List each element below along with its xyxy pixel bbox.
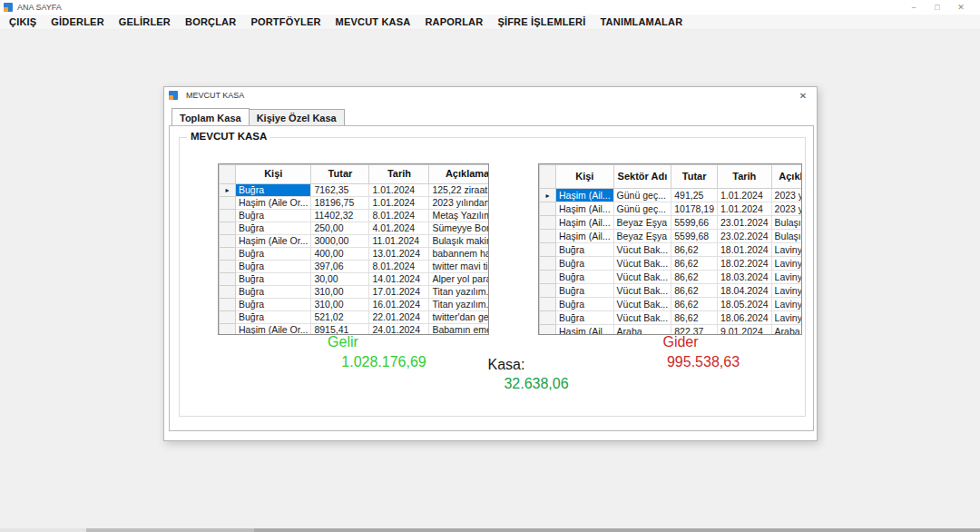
grid-cell[interactable]: 491,25 — [671, 189, 718, 202]
grid-cell[interactable]: 5599,66 — [671, 216, 718, 230]
row-header[interactable] — [220, 222, 236, 235]
minimize-icon[interactable]: − — [902, 0, 926, 15]
row-header[interactable] — [220, 286, 236, 299]
grid-cell[interactable]: 18.03.2024 — [718, 271, 772, 284]
row-pointer-icon[interactable]: ▸ — [220, 184, 236, 197]
table-row[interactable]: BuğraVücut Bak...86,6218.05.2024Lavinya … — [540, 298, 803, 311]
grid-cell[interactable]: Beyaz Eşya — [613, 230, 671, 243]
column-header[interactable]: Sektör Adı — [613, 165, 671, 189]
grid-cell[interactable]: Lavinya Kr... — [771, 243, 802, 257]
grid-cell[interactable]: 11.01.2024 — [369, 235, 429, 248]
child-close-icon[interactable]: ✕ — [796, 89, 810, 102]
grid-cell[interactable]: Vücut Bak... — [613, 271, 671, 284]
grid-cell[interactable]: Buğra — [556, 243, 614, 257]
grid-cell[interactable]: 17.01.2024 — [369, 286, 429, 299]
grid-cell[interactable]: 30,00 — [311, 273, 369, 286]
tab-kisiye-ozel-kasa[interactable]: Kişiye Özel Kasa — [249, 109, 345, 125]
income-grid[interactable]: KişiTutarTarihAçıklama▸Buğra7162,351.01.… — [218, 163, 489, 335]
table-row[interactable]: Haşim (Ail...Günü geç...10178,191.01.202… — [540, 202, 803, 216]
grid-cell[interactable]: 86,62 — [671, 311, 718, 325]
grid-cell[interactable]: Buğra — [236, 210, 311, 222]
grid-cell[interactable]: 18.05.2024 — [718, 298, 772, 311]
grid-cell[interactable]: Vücut Bak... — [613, 311, 671, 325]
table-row[interactable]: BuğraVücut Bak...86,6218.03.2024Lavinya … — [540, 271, 803, 284]
row-pointer-icon[interactable]: ▸ — [540, 189, 556, 202]
grid-cell[interactable]: Buğra — [236, 184, 311, 197]
grid-cell[interactable]: 2023 yılından ... — [429, 197, 489, 210]
table-row[interactable]: Haşim (Aile Or...18196,751.01.20242023 y… — [220, 197, 490, 210]
grid-cell[interactable]: 1.01.2024 — [718, 189, 772, 202]
table-row[interactable]: Buğra397,068.01.2024twitter mavi ti... — [220, 261, 490, 273]
row-header[interactable] — [220, 311, 236, 324]
row-header[interactable] — [540, 284, 556, 298]
grid-cell[interactable]: 8.01.2024 — [369, 261, 429, 273]
grid-cell[interactable]: Haşim (Ail... — [556, 230, 614, 243]
row-header[interactable] — [220, 197, 236, 210]
grid-cell[interactable]: Lavinya Kr... — [771, 271, 802, 284]
tab-toplam-kasa[interactable]: Toplam Kasa — [172, 108, 250, 125]
column-header[interactable]: Kişi — [556, 165, 614, 189]
grid-cell[interactable]: 397,06 — [311, 261, 369, 273]
grid-cell[interactable]: Vücut Bak... — [613, 257, 671, 271]
grid-cell[interactable]: 3000,00 — [311, 235, 369, 248]
grid-cell[interactable]: Haşim (Ail... — [556, 216, 614, 230]
maximize-icon[interactable]: □ — [926, 0, 949, 15]
grid-cell[interactable]: Lavinya Kr... — [771, 284, 802, 298]
row-header[interactable] — [220, 299, 236, 311]
grid-cell[interactable]: Vücut Bak... — [613, 243, 671, 257]
menu-item-5[interactable]: MEVCUT KASA — [328, 16, 418, 27]
row-header[interactable] — [540, 216, 556, 230]
row-header[interactable] — [220, 235, 236, 248]
grid-cell[interactable]: Buğra — [236, 222, 311, 235]
grid-cell[interactable]: Titan yazılım.... — [429, 299, 489, 311]
grid-cell[interactable]: 5599,68 — [671, 230, 718, 243]
column-header[interactable]: Tutar — [311, 165, 369, 184]
grid-cell[interactable]: 86,62 — [671, 257, 718, 271]
menu-item-4[interactable]: PORTFÖYLER — [243, 16, 328, 27]
grid-cell[interactable]: 2023 yılın... — [771, 202, 802, 216]
table-row[interactable]: Haşim (Aile Or...3000,0011.01.2024Bulaşı… — [220, 235, 490, 248]
menu-item-0[interactable]: ÇIKIŞ — [2, 16, 44, 27]
column-header[interactable]: Açıklama — [771, 165, 802, 189]
table-row[interactable]: Buğra11402,328.01.2024Metaş Yazılım ... — [220, 210, 490, 222]
row-header[interactable] — [220, 273, 236, 286]
grid-cell[interactable]: Buğra — [556, 271, 614, 284]
row-header[interactable] — [540, 298, 556, 311]
grid-cell[interactable]: Buğra — [236, 273, 311, 286]
row-header[interactable] — [540, 271, 556, 284]
grid-cell[interactable]: Buğra — [556, 311, 614, 325]
menu-item-1[interactable]: GİDERLER — [44, 16, 111, 27]
table-row[interactable]: BuğraVücut Bak...86,6218.06.2024Lavinya … — [540, 311, 803, 325]
grid-cell[interactable]: 18196,75 — [311, 197, 369, 210]
grid-cell[interactable]: 310,00 — [311, 299, 369, 311]
row-header[interactable] — [540, 257, 556, 271]
grid-cell[interactable]: 86,62 — [671, 271, 718, 284]
grid-cell[interactable]: Günü geç... — [613, 202, 671, 216]
grid-cell[interactable]: 18.01.2024 — [718, 243, 772, 257]
grid-cell[interactable]: 310,00 — [311, 286, 369, 299]
table-row[interactable]: Buğra521,0222.01.2024twitter'dan ge... — [220, 311, 490, 324]
grid-cell[interactable]: Sümeyye Borc... — [429, 222, 489, 235]
grid-cell[interactable]: Metaş Yazılım ... — [429, 210, 489, 222]
grid-cell[interactable]: 14.01.2024 — [369, 273, 429, 286]
grid-cell[interactable]: 125,22 ziraat, ... — [429, 184, 489, 197]
grid-cell[interactable]: Lavinya Kr... — [771, 311, 802, 325]
column-header[interactable]: Tarih — [718, 165, 772, 189]
column-header[interactable]: Tutar — [671, 165, 718, 189]
grid-cell[interactable]: Vücut Bak... — [613, 298, 671, 311]
grid-cell[interactable]: 521,02 — [311, 311, 369, 324]
grid-cell[interactable]: 16.01.2024 — [369, 299, 429, 311]
grid-cell[interactable]: Bulaşık M... — [771, 216, 802, 230]
column-header[interactable]: Açıklama — [429, 165, 489, 184]
menu-item-7[interactable]: ŞİFRE İŞLEMLERİ — [490, 16, 593, 27]
grid-cell[interactable]: 86,62 — [671, 243, 718, 257]
table-row[interactable]: Buğra310,0016.01.2024Titan yazılım.... — [220, 299, 490, 311]
grid-cell[interactable]: Buğra — [236, 299, 311, 311]
grid-cell[interactable]: Buğra — [236, 248, 311, 261]
grid-cell[interactable]: Lavinya Kr... — [771, 257, 802, 271]
grid-cell[interactable]: Haşim (Ail... — [556, 202, 614, 216]
grid-cell[interactable]: Bulaşık makin... — [429, 235, 489, 248]
grid-cell[interactable]: Buğra — [236, 261, 311, 273]
grid-cell[interactable]: twitter mavi ti... — [429, 261, 489, 273]
grid-cell[interactable]: twitter'dan ge... — [429, 311, 489, 324]
